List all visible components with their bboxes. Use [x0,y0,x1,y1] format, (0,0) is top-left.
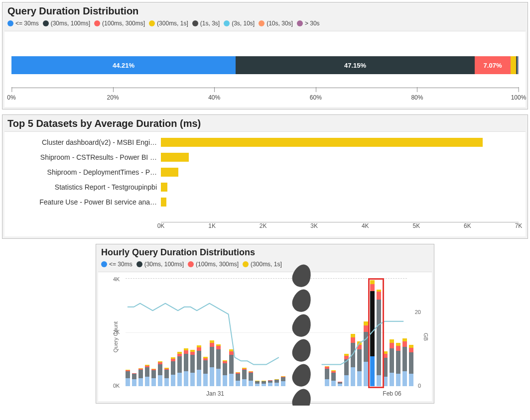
legend-label: (1s, 3s] [200,20,220,27]
hbar-fill [161,153,189,162]
ytick-4k: 4K [113,276,120,282]
legend-item[interactable]: (100ms, 300ms] [94,20,145,27]
hbar-fill [161,138,483,147]
legend-item[interactable]: (10s, 30s] [259,20,293,27]
axis-tick: 20% [107,94,119,101]
hourly-bar[interactable] [409,345,413,386]
axis-tick: 3K [310,222,318,229]
legend-swatch [101,261,107,267]
legend-item[interactable]: (30ms, 100ms] [136,261,184,268]
legend-item[interactable]: (1s, 3s] [192,20,220,27]
legend-swatch [188,261,194,267]
legend-label: <= 30ms [15,20,39,27]
panel-top5-datasets: Top 5 Datasets by Average Duration (ms) … [2,114,528,239]
legend-item[interactable]: (3s, 10s] [224,20,255,27]
y2tick-0: 0 [418,383,421,389]
axis-tick: 80% [411,94,423,101]
panel3-legend: <= 30ms(30ms, 100ms](100ms, 300ms](300ms… [96,260,434,272]
axis-tick: 6K [464,222,471,229]
hbar-label: Statistics Report - Testgroupinpbi [11,183,161,191]
legend-swatch [136,261,142,267]
stacked-segment[interactable] [518,56,519,74]
stacked-bar[interactable]: 44.21%47.15%7.07% [11,56,519,74]
axis-tick: 5K [413,222,420,229]
legend-item[interactable]: <= 30ms [7,20,39,27]
legend-swatch [243,261,249,267]
legend-item[interactable]: (300ms, 1s] [149,20,188,27]
ytick-0k: 0K [113,383,120,389]
legend-label: (30ms, 100ms] [51,20,90,27]
hbar-fill [161,198,166,207]
panel-query-duration-distribution: Query Duration Distribution <= 30ms(30ms… [2,2,528,109]
hbar-label: Shiproom - DeploymentTimes - P… [11,168,161,176]
gb-line-right [126,278,407,386]
panel2-chart: 0K1K2K3K4K5K6K7K Cluster dashboard(v2) -… [4,131,526,236]
legend-label: (10s, 30s] [266,20,293,27]
legend-item[interactable]: <= 30ms [101,261,132,268]
legend-label: (3s, 10s] [232,20,255,27]
legend-swatch [94,20,100,26]
axis-tick: 0K [157,222,165,229]
legend-label: (100ms, 300ms] [102,20,145,27]
stacked-segment[interactable]: 7.07% [475,56,511,74]
hbar-label: Cluster dashboard(v2) - MSBI Engi… [11,138,161,146]
legend-label: <= 30ms [109,261,132,268]
legend-swatch [43,20,49,26]
hbar-row[interactable]: Shiproom - CSTResults - Power BI … [11,152,519,163]
stacked-segment[interactable]: 47.15% [236,56,475,74]
hbar-label: Shiproom - CSTResults - Power BI … [11,153,161,161]
axis-tick: 4K [362,222,369,229]
legend-swatch [224,20,230,26]
panel2-title: Top 5 Datasets by Average Duration (ms) [2,115,528,131]
hbar-fill [161,168,178,177]
legend-item[interactable]: (100ms, 300ms] [188,261,239,268]
legend-swatch [259,20,265,26]
stacked-segment[interactable]: 44.21% [11,56,236,74]
y2-axis-label: GB [423,333,429,341]
axis-tick: 100% [511,94,527,101]
hbar-row[interactable]: Statistics Report - Testgroupinpbi [11,182,519,193]
axis-tick: 60% [310,94,322,101]
panel1-title: Query Duration Distribution [2,2,528,19]
panel1-chart: 44.21%47.15%7.07% 0%20%40%60%80%100% [4,31,526,107]
hbar-row[interactable]: Shiproom - DeploymentTimes - P… [11,167,519,178]
axis-tick: 40% [208,94,220,101]
panel1-legend: <= 30ms(30ms, 100ms](100ms, 300ms](300ms… [2,19,528,31]
stacked-segment[interactable] [511,56,516,74]
legend-swatch [7,20,13,26]
panel2-axis-x: 0K1K2K3K4K5K6K7K [161,222,519,232]
legend-label: (300ms, 1s] [157,20,188,27]
legend-label: (300ms, 1s] [251,261,282,268]
axis-tick: 7K [515,222,523,229]
legend-label: (100ms, 300ms] [196,261,239,268]
legend-label: (30ms, 100ms] [144,261,184,268]
axis-tick: 2K [260,222,267,229]
hbar-label: Feature Use - Power BI service ana… [11,198,161,206]
panel3-chart: Query Count GB 4K 2K 0K 20 0 Jan 31 Feb … [98,272,432,401]
hbar-row[interactable]: Feature Use - Power BI service ana… [11,197,519,208]
legend-item[interactable]: (30ms, 100ms] [43,20,90,27]
legend-label: > 30s [305,20,320,27]
legend-item[interactable]: (300ms, 1s] [243,261,282,268]
axis-tick: 1K [208,222,216,229]
panel1-axis-x: 0%20%40%60%80%100% [11,86,519,101]
ytick-2k: 2K [113,329,120,335]
hbar-fill [161,183,167,192]
legend-swatch [192,20,198,26]
xlabel-jan31: Jan 31 [206,390,224,397]
panel3-title: Hourly Query Duration Distributions [96,244,434,260]
legend-swatch [149,20,155,26]
y-axis-label: Query Count [113,321,119,352]
panel-hourly-distributions: Hourly Query Duration Distributions <= 3… [96,244,434,404]
hbar-row[interactable]: Cluster dashboard(v2) - MSBI Engi… [11,137,519,148]
xlabel-feb06: Feb 06 [383,390,401,397]
legend-swatch [297,20,303,26]
legend-item[interactable]: > 30s [297,20,320,27]
axis-tick: 0% [7,94,15,101]
y2tick-20: 20 [415,309,421,315]
